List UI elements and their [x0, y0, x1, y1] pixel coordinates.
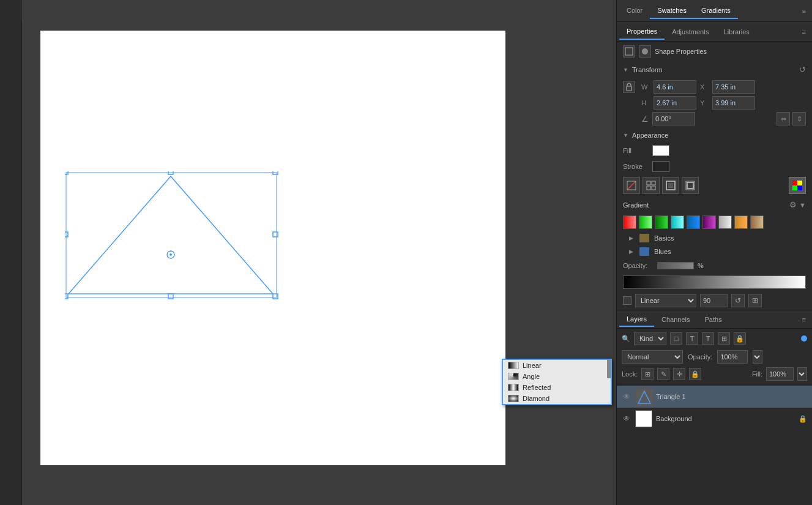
transform-section-header[interactable]: ▼ Transform ↺	[617, 61, 812, 78]
opacity-arrow[interactable]	[753, 350, 762, 364]
basics-folder[interactable]: ▶ Basics	[617, 231, 812, 245]
h-input[interactable]	[654, 96, 696, 110]
transform-reset-btn[interactable]: ↺	[799, 65, 806, 74]
tab-layers[interactable]: Layers	[619, 312, 654, 327]
layer-kind-row: 🔍 Kind □ T T ⊞ 🔒	[617, 329, 812, 348]
layer-item-triangle[interactable]: 👁 Triangle 1	[617, 386, 812, 408]
basics-label: Basics	[654, 234, 674, 242]
adjustment-filter-btn[interactable]: T	[686, 332, 698, 345]
lock-label: Lock:	[622, 370, 638, 378]
triangle-shape[interactable]	[65, 171, 279, 301]
lock-pixels-btn[interactable]: ⊞	[641, 368, 654, 380]
blues-folder[interactable]: ▶ Blues	[617, 245, 812, 258]
grid-btn[interactable]	[643, 177, 660, 194]
canvas-area	[22, 0, 616, 505]
grad-preset-9[interactable]	[750, 215, 764, 229]
tab-properties[interactable]: Properties	[619, 24, 665, 40]
gradient-align-btn[interactable]: ⊞	[748, 294, 762, 307]
color-picker-btn[interactable]	[789, 177, 806, 194]
gradient-presets-row	[617, 213, 812, 231]
w-input[interactable]	[654, 80, 696, 94]
flip-h-btn[interactable]: ⇔	[777, 112, 790, 125]
tab-adjustments[interactable]: Adjustments	[665, 24, 717, 39]
transform-label: Transform	[632, 66, 663, 73]
appearance-section-header[interactable]: ▼ Appearance	[617, 128, 812, 143]
gradient-type-select[interactable]: Linear Angle Reflected Diamond	[635, 294, 696, 307]
tab-libraries[interactable]: Libraries	[717, 24, 757, 39]
fill-input[interactable]	[766, 367, 794, 381]
pixel-filter-btn[interactable]: □	[670, 332, 682, 345]
grad-preset-8[interactable]	[734, 215, 748, 229]
grad-preset-4[interactable]	[671, 215, 684, 229]
lock-artboards-btn[interactable]: ✛	[673, 368, 685, 380]
stroke-box-btn[interactable]	[662, 177, 679, 194]
type-filter-btn[interactable]: T	[702, 332, 714, 345]
dd-item-diamond[interactable]: Diamond	[503, 393, 611, 404]
fill-label: Fill	[623, 147, 647, 154]
grad-preset-5[interactable]	[687, 215, 700, 229]
grad-preset-1[interactable]	[623, 215, 636, 229]
layer-visibility-triangle[interactable]: 👁	[622, 392, 631, 402]
tab-paths[interactable]: Paths	[698, 313, 729, 326]
dd-item-linear[interactable]: Linear	[503, 360, 611, 371]
opacity-input[interactable]	[717, 350, 748, 364]
grad-preset-2[interactable]	[639, 215, 652, 229]
svg-rect-26	[797, 181, 802, 185]
gradient-gear-icon[interactable]: ⚙	[789, 200, 797, 209]
stroke-color-swatch[interactable]	[652, 161, 669, 172]
smart-filter-btn[interactable]: 🔒	[734, 332, 746, 345]
lock-position-btn[interactable]: ✎	[657, 368, 669, 380]
layer-thumb-triangle	[635, 388, 652, 405]
tab-swatches[interactable]: Swatches	[650, 3, 694, 19]
transform-filter-btn[interactable]: ⊞	[718, 332, 730, 345]
constrain-lock-btn[interactable]	[623, 81, 635, 93]
layer-name-bg: Background	[656, 415, 795, 422]
filter-dot	[801, 335, 807, 342]
w-label: W	[641, 83, 650, 91]
gradient-expand-icon[interactable]: ▼	[799, 201, 806, 209]
tab-gradients[interactable]: Gradients	[694, 3, 738, 19]
tab-channels[interactable]: Channels	[654, 313, 697, 326]
angle-input[interactable]	[652, 112, 695, 125]
gradient-bar[interactable]	[623, 275, 806, 289]
opacity-slider[interactable]	[657, 262, 694, 269]
kind-select[interactable]: Kind	[634, 332, 666, 345]
fill-arrow[interactable]	[797, 367, 807, 381]
dd-label-reflected: Reflected	[523, 384, 551, 391]
fill-color-swatch[interactable]	[652, 145, 669, 156]
flip-v-btn[interactable]: ⇕	[792, 112, 806, 125]
lock-all-btn[interactable]: 🔒	[689, 368, 701, 380]
gradient-bar-row	[617, 273, 812, 291]
svg-rect-19	[647, 186, 650, 190]
color-swatches-tab-bar: Color Swatches Gradients ≡	[617, 0, 812, 22]
grad-preset-3[interactable]	[655, 215, 668, 229]
layout-icons-row	[617, 174, 812, 196]
layers-menu-icon[interactable]: ≡	[799, 316, 810, 323]
gradient-type-dropdown: Linear Angle Reflected Diamond	[502, 359, 612, 405]
svg-rect-28	[797, 185, 802, 190]
x-input[interactable]	[712, 80, 755, 94]
gradient-checkbox[interactable]	[623, 296, 631, 305]
dropdown-scrollbar[interactable]	[607, 360, 611, 378]
svg-point-11	[169, 253, 172, 256]
layer-item-bg[interactable]: 👁 Background 🔒	[617, 408, 812, 430]
gradient-reverse-btn[interactable]: ↺	[731, 294, 745, 307]
blend-mode-select[interactable]: Normal	[622, 350, 683, 364]
tab-color[interactable]: Color	[619, 3, 650, 19]
layers-tab-bar: Layers Channels Paths ≡	[617, 310, 812, 329]
stroke-outer-btn[interactable]	[682, 177, 699, 194]
dd-item-reflected[interactable]: Reflected	[503, 382, 611, 393]
no-fill-btn[interactable]	[623, 177, 640, 194]
y-input[interactable]	[712, 96, 755, 110]
dd-item-angle[interactable]: Angle	[503, 371, 611, 382]
grad-preset-6[interactable]	[702, 215, 716, 229]
panel-menu-icon[interactable]: ≡	[799, 7, 810, 15]
layers-panel: Layers Channels Paths ≡ 🔍 Kind □ T T ⊞ 🔒	[617, 310, 812, 505]
layer-visibility-bg[interactable]: 👁	[622, 414, 631, 424]
prop-panel-menu-icon[interactable]: ≡	[799, 28, 810, 36]
left-toolbar	[0, 22, 22, 505]
grad-preset-7[interactable]	[718, 215, 732, 229]
layer-mode-row: Normal Opacity:	[617, 348, 812, 365]
svg-rect-0	[66, 173, 277, 297]
gradient-angle-input[interactable]	[700, 294, 728, 307]
